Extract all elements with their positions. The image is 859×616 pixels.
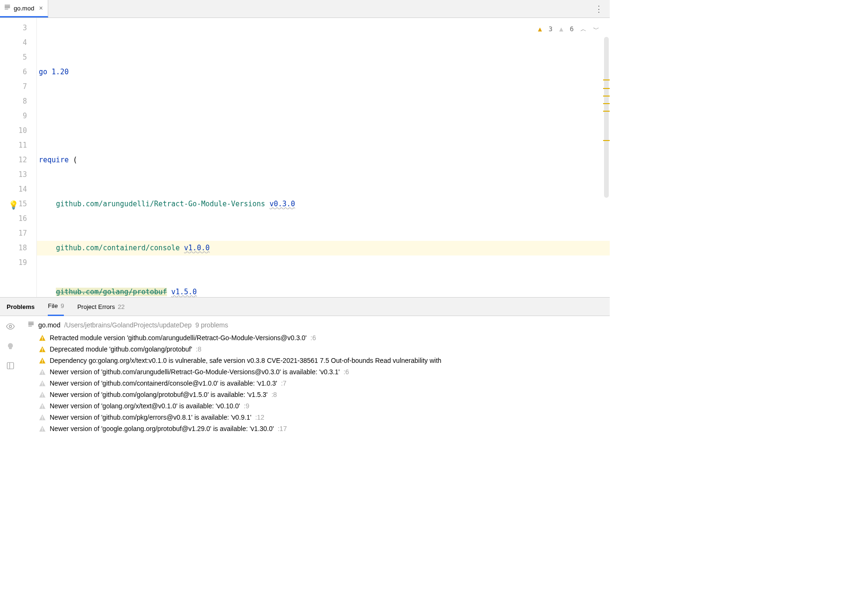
problem-text: Newer version of 'golang.org/x/text@v0.1… <box>50 402 240 410</box>
problems-tab-bar: Problems File 9 Project Errors 22 <box>0 297 610 316</box>
problem-row[interactable]: Newer version of 'github.com/containerd/… <box>21 378 610 389</box>
weak-warning-icon <box>39 380 46 387</box>
chevron-up-icon[interactable]: ︿ <box>580 22 587 36</box>
svg-rect-14 <box>42 396 43 397</box>
warning-icon <box>39 357 46 364</box>
code-line: github.com/containerd/console v1.0.0 <box>37 241 610 255</box>
problems-file-name: go.mod <box>38 321 61 329</box>
warning-icon: ▲ <box>538 22 542 36</box>
svg-rect-7 <box>42 359 43 361</box>
problem-row[interactable]: Dependency go:golang.org/x/text:v0.1.0 i… <box>21 355 610 366</box>
code-line: go 1.20 <box>37 65 610 79</box>
line-number: 9 <box>0 109 27 123</box>
line-number: 5 <box>0 50 27 65</box>
weak-count: 6 <box>570 22 574 36</box>
stripe-mark[interactable] <box>603 79 610 80</box>
svg-rect-11 <box>42 382 43 384</box>
line-number: 19 <box>0 255 27 270</box>
problem-row[interactable]: Retracted module version 'github.com/aru… <box>21 332 610 343</box>
svg-rect-8 <box>42 362 43 363</box>
svg-rect-5 <box>42 348 43 350</box>
code-line: require ( <box>37 153 610 167</box>
problems-file-row[interactable]: go.mod /Users/jetbrains/GolandProjects/u… <box>21 319 610 332</box>
problem-row[interactable]: Newer version of 'github.com/arungudelli… <box>21 366 610 378</box>
bulb-icon[interactable] <box>6 342 15 353</box>
file-lines-icon <box>4 4 11 12</box>
problems-count: 9 problems <box>195 321 228 329</box>
svg-rect-20 <box>42 430 43 431</box>
svg-rect-10 <box>42 373 43 374</box>
svg-rect-17 <box>42 416 43 418</box>
problem-text: Newer version of 'github.com/golang/prot… <box>50 391 268 398</box>
line-number: 12 <box>0 153 27 167</box>
code-line: github.com/golang/protobuf v1.5.0 <box>37 285 610 297</box>
svg-rect-1 <box>7 362 14 369</box>
eye-icon[interactable] <box>6 322 15 334</box>
editor-tab-go-mod[interactable]: go.mod × <box>0 0 48 18</box>
problem-text: Deprecated module 'github.com/golang/pro… <box>50 345 192 353</box>
stripe-mark[interactable] <box>603 96 610 97</box>
code-line <box>37 109 610 123</box>
problem-location: :17 <box>278 425 287 432</box>
code-line: 💡 github.com/arungudelli/Retract-Go-Modu… <box>37 197 610 211</box>
chevron-down-icon[interactable]: ﹀ <box>593 22 599 36</box>
problem-location: :7 <box>281 379 287 387</box>
svg-rect-16 <box>42 407 43 408</box>
tab-file[interactable]: File 9 <box>48 297 64 316</box>
close-icon[interactable]: × <box>39 4 43 12</box>
svg-rect-15 <box>42 405 43 407</box>
weak-warning-icon <box>39 391 46 398</box>
tab-menu-button[interactable]: ⋮ <box>588 0 610 18</box>
problem-row[interactable]: Deprecated module 'github.com/golang/pro… <box>21 343 610 355</box>
stripe-mark[interactable] <box>603 88 610 89</box>
line-number: 17 <box>0 226 27 241</box>
weak-warning-icon <box>39 369 46 376</box>
svg-point-0 <box>9 326 12 328</box>
tab-project-errors[interactable]: Project Errors 22 <box>77 303 124 310</box>
problem-location: :6 <box>310 334 316 342</box>
stripe-mark[interactable] <box>603 103 610 104</box>
problem-text: Newer version of 'github.com/containerd/… <box>50 379 277 387</box>
inspection-widget[interactable]: ▲3 ▲6 ︿ ﹀ <box>538 22 599 36</box>
problem-location: :8 <box>272 391 277 398</box>
svg-rect-12 <box>42 385 43 386</box>
line-number: 14 <box>0 182 27 197</box>
problem-location: :12 <box>255 414 264 421</box>
problem-row[interactable]: Newer version of 'github.com/golang/prot… <box>21 389 610 400</box>
stripe-mark[interactable] <box>603 111 610 112</box>
line-gutter: 345678910111213141516171819 <box>0 18 37 297</box>
line-number: 7 <box>0 79 27 94</box>
code-area[interactable]: ▲3 ▲6 ︿ ﹀ go 1.20 require ( 💡 github.com… <box>37 18 610 297</box>
line-number: 11 <box>0 138 27 153</box>
weak-warning-icon: ▲ <box>559 22 563 36</box>
weak-warning-icon <box>39 403 46 410</box>
svg-rect-19 <box>42 427 43 430</box>
line-number: 3 <box>0 21 27 35</box>
problem-row[interactable]: Newer version of 'github.com/pkg/errors@… <box>21 412 610 423</box>
editor: 345678910111213141516171819 ▲3 ▲6 ︿ ﹀ go… <box>0 18 610 297</box>
layout-icon[interactable] <box>6 361 15 372</box>
warn-count: 3 <box>549 22 552 36</box>
line-number: 10 <box>0 123 27 138</box>
problem-row[interactable]: Newer version of 'golang.org/x/text@v0.1… <box>21 400 610 412</box>
tab-filename: go.mod <box>14 5 34 12</box>
problem-location: :6 <box>343 368 349 376</box>
line-number: 4 <box>0 35 27 50</box>
problems-toolbar <box>0 316 21 438</box>
line-number: 13 <box>0 167 27 182</box>
intention-bulb-icon[interactable]: 💡 <box>9 198 18 212</box>
error-stripe[interactable] <box>604 37 609 297</box>
scrollbar-thumb[interactable] <box>604 37 609 198</box>
problems-panel: go.mod /Users/jetbrains/GolandProjects/u… <box>0 316 610 438</box>
svg-rect-6 <box>42 351 43 352</box>
warning-icon <box>39 334 46 342</box>
problem-row[interactable]: Newer version of 'google.golang.org/prot… <box>21 423 610 434</box>
warning-icon <box>39 346 46 353</box>
problem-text: Newer version of 'google.golang.org/prot… <box>50 425 274 432</box>
line-number: 6 <box>0 65 27 79</box>
stripe-mark[interactable] <box>603 140 610 141</box>
svg-rect-18 <box>42 419 43 420</box>
problems-title: Problems <box>7 303 35 310</box>
weak-warning-icon <box>39 425 46 432</box>
problems-file-path: /Users/jetbrains/GolandProjects/updateDe… <box>64 321 192 329</box>
